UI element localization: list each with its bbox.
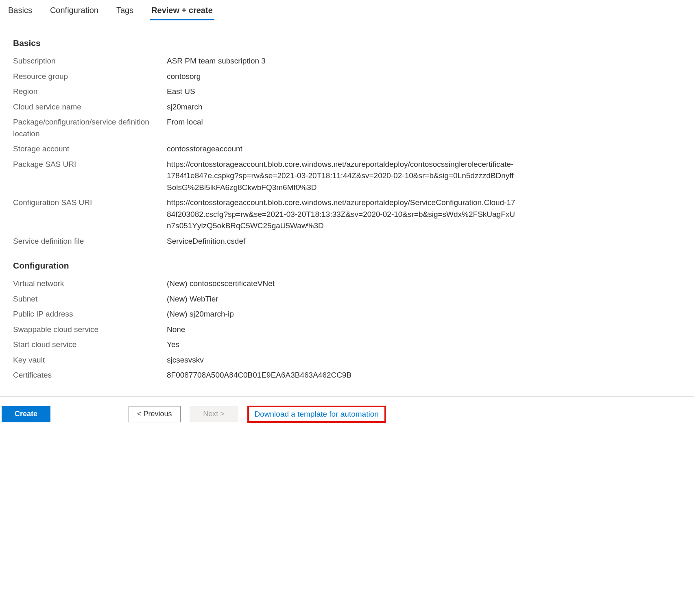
row-storage-account: Storage account contosstorageaccount [13, 143, 516, 155]
label-start-service: Start cloud service [13, 339, 167, 351]
label-storage-account: Storage account [13, 143, 167, 155]
value-region: East US [167, 86, 516, 98]
row-resource-group: Resource group contosorg [13, 71, 516, 83]
wizard-footer: Create < Previous Next > Download a temp… [0, 397, 694, 432]
row-pkg-location: Package/configuration/service definition… [13, 116, 516, 140]
label-certificates: Certificates [13, 369, 167, 381]
label-package-sas-uri: Package SAS URI [13, 159, 167, 170]
row-config-sas-uri: Configuration SAS URI https://contosstor… [13, 197, 516, 232]
tab-tags[interactable]: Tags [115, 3, 135, 20]
tab-configuration[interactable]: Configuration [48, 3, 100, 20]
row-swappable: Swappable cloud service None [13, 324, 516, 336]
row-subscription: Subscription ASR PM team subscription 3 [13, 55, 516, 67]
value-resource-group: contosorg [167, 71, 516, 83]
label-key-vault: Key vault [13, 354, 167, 366]
review-content: Basics Subscription ASR PM team subscrip… [0, 20, 529, 393]
row-start-service: Start cloud service Yes [13, 339, 516, 351]
value-virtual-network: (New) contosocscertificateVNet [167, 278, 516, 290]
row-key-vault: Key vault sjcsesvskv [13, 354, 516, 366]
section-heading-basics: Basics [13, 38, 516, 48]
row-certificates: Certificates 8F0087708A500A84C0B01E9EA6A… [13, 369, 516, 381]
value-start-service: Yes [167, 339, 516, 351]
value-cloud-service-name: sj20march [167, 101, 516, 113]
value-config-sas-uri: https://contosstorageaccount.blob.core.w… [167, 197, 516, 232]
tab-basics[interactable]: Basics [7, 3, 34, 20]
label-pkg-location: Package/configuration/service definition… [13, 116, 167, 140]
label-service-def-file: Service definition file [13, 236, 167, 247]
value-key-vault: sjcsesvskv [167, 354, 516, 366]
wizard-tabs: Basics Configuration Tags Review + creat… [0, 0, 694, 20]
label-swappable: Swappable cloud service [13, 324, 167, 336]
value-subscription: ASR PM team subscription 3 [167, 55, 516, 67]
label-virtual-network: Virtual network [13, 278, 167, 290]
value-public-ip: (New) sj20march-ip [167, 308, 516, 320]
label-subscription: Subscription [13, 55, 167, 67]
row-package-sas-uri: Package SAS URI https://contosstorageacc… [13, 159, 516, 194]
row-virtual-network: Virtual network (New) contosocscertifica… [13, 278, 516, 290]
label-region: Region [13, 86, 167, 98]
label-resource-group: Resource group [13, 71, 167, 83]
value-package-sas-uri: https://contosstorageaccount.blob.core.w… [167, 159, 516, 194]
label-cloud-service-name: Cloud service name [13, 101, 167, 113]
label-config-sas-uri: Configuration SAS URI [13, 197, 167, 209]
row-subnet: Subnet (New) WebTier [13, 293, 516, 305]
row-region: Region East US [13, 86, 516, 98]
value-pkg-location: From local [167, 116, 516, 128]
download-template-link[interactable]: Download a template for automation [255, 410, 379, 418]
next-button: Next > [190, 406, 238, 422]
create-button[interactable]: Create [2, 406, 50, 422]
label-public-ip: Public IP address [13, 308, 167, 320]
value-storage-account: contosstorageaccount [167, 143, 516, 155]
label-subnet: Subnet [13, 293, 167, 305]
value-swappable: None [167, 324, 516, 336]
row-public-ip: Public IP address (New) sj20march-ip [13, 308, 516, 320]
previous-button[interactable]: < Previous [129, 406, 181, 422]
value-service-def-file: ServiceDefinition.csdef [167, 236, 516, 247]
value-certificates: 8F0087708A500A84C0B01E9EA6A3B463A462CC9B [167, 369, 516, 381]
row-service-def-file: Service definition file ServiceDefinitio… [13, 236, 516, 247]
section-heading-configuration: Configuration [13, 261, 516, 271]
row-cloud-service-name: Cloud service name sj20march [13, 101, 516, 113]
tab-review-create[interactable]: Review + create [150, 3, 214, 20]
download-template-highlight: Download a template for automation [247, 406, 386, 423]
value-subnet: (New) WebTier [167, 293, 516, 305]
